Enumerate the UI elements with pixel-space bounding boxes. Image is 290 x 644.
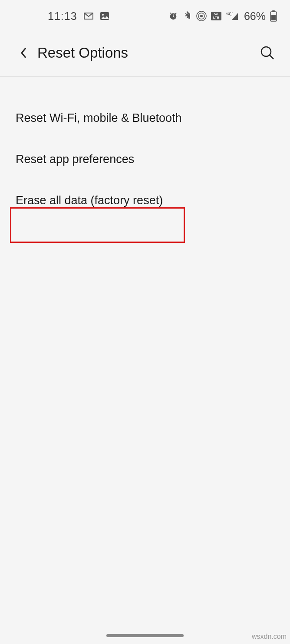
hotspot-icon xyxy=(196,11,207,21)
watermark: wsxdn.com xyxy=(252,633,287,641)
gmail-icon xyxy=(83,12,94,20)
svg-point-4 xyxy=(200,15,203,17)
bluetooth-icon xyxy=(182,11,192,21)
signal-icon: 4G xyxy=(226,11,239,21)
option-reset-wifi[interactable]: Reset Wi-Fi, mobile & Bluetooth xyxy=(0,98,290,139)
image-icon xyxy=(100,12,109,20)
status-right: VoLTE 4G 66% xyxy=(168,10,277,23)
battery-percent: 66% xyxy=(244,10,266,23)
alarm-icon xyxy=(168,11,178,21)
search-icon xyxy=(260,46,275,60)
svg-point-11 xyxy=(261,47,271,56)
status-bar: 11:13 VoLTE 4G 66% xyxy=(0,0,290,26)
back-button[interactable] xyxy=(16,45,31,61)
app-header: Reset Options xyxy=(0,26,290,77)
battery-icon xyxy=(270,10,277,22)
status-left: 11:13 xyxy=(48,10,109,23)
page-title: Reset Options xyxy=(37,45,258,61)
svg-text:4G: 4G xyxy=(226,12,231,16)
svg-rect-3 xyxy=(188,13,190,19)
svg-point-1 xyxy=(102,14,104,16)
option-erase-all-data[interactable]: Erase all data (factory reset) xyxy=(0,180,290,221)
search-button[interactable] xyxy=(258,43,277,62)
chevron-left-icon xyxy=(20,46,27,59)
nav-handle[interactable] xyxy=(106,634,184,637)
volte-icon: VoLTE xyxy=(211,12,221,20)
svg-rect-10 xyxy=(271,15,276,20)
options-list: Reset Wi-Fi, mobile & Bluetooth Reset ap… xyxy=(0,77,290,221)
status-time: 11:13 xyxy=(48,10,77,23)
option-reset-app-prefs[interactable]: Reset app preferences xyxy=(0,139,290,180)
